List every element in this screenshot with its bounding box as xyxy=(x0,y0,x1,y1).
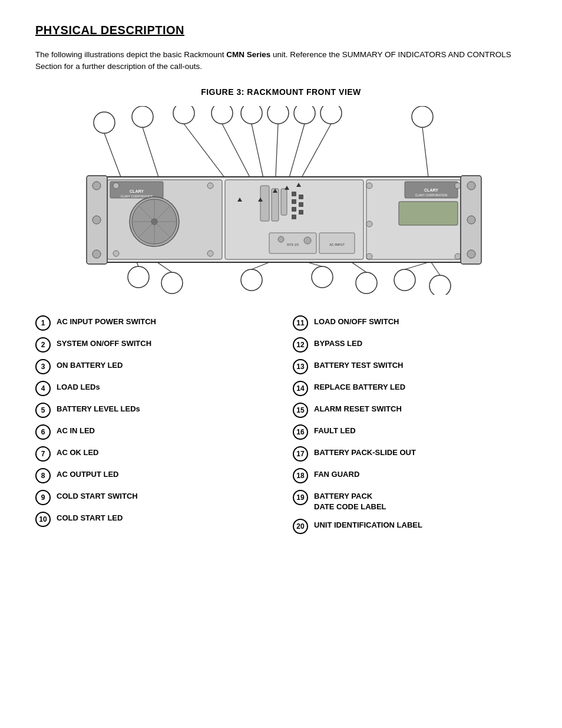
svg-point-5 xyxy=(267,106,289,124)
svg-line-80 xyxy=(352,262,366,272)
legend-label: BATTERY TEST SWITCH xyxy=(314,358,403,371)
legend-item: 7 AC OK LED xyxy=(35,446,269,462)
legend-label: FAN GUARD xyxy=(314,467,359,480)
svg-point-44 xyxy=(304,237,311,244)
svg-point-73 xyxy=(356,272,377,294)
svg-rect-35 xyxy=(292,199,296,204)
legend-item: 19 BATTERY PACKDATE CODE LABEL xyxy=(293,489,527,512)
svg-rect-37 xyxy=(292,215,296,219)
svg-point-75 xyxy=(429,275,451,295)
legend-item: 17 BATTERY PACK-SLIDE OUT xyxy=(293,446,527,462)
legend-label: ALARM RESET SWITCH xyxy=(314,402,402,414)
legend-badge: 6 xyxy=(35,424,51,440)
legend-label: UNIT IDENTIFICATION LABEL xyxy=(314,518,422,531)
legend-item: 1 AC INPUT POWER SWITCH xyxy=(35,315,269,331)
legend-badge: 13 xyxy=(293,359,308,374)
svg-point-60 xyxy=(455,253,461,259)
svg-point-62 xyxy=(92,182,101,190)
legend-label: BATTERY LEVEL LEDs xyxy=(57,402,140,414)
svg-point-4 xyxy=(241,106,262,124)
legend-item: 5 BATTERY LEVEL LEDs xyxy=(35,402,269,418)
legend-label: COLD START SWITCH xyxy=(57,489,138,502)
legend-badge: 18 xyxy=(293,468,308,483)
svg-rect-38 xyxy=(299,195,303,199)
legend-item: 9 COLD START SWITCH xyxy=(35,489,269,505)
svg-line-82 xyxy=(431,262,440,275)
svg-point-66 xyxy=(467,182,475,190)
svg-point-67 xyxy=(467,216,475,224)
svg-point-52 xyxy=(113,183,119,189)
svg-rect-40 xyxy=(299,210,303,215)
legend-badge: 9 xyxy=(35,490,51,505)
legend-item: 13 BATTERY TEST SWITCH xyxy=(293,358,527,374)
legend-badge: 3 xyxy=(35,359,51,374)
legend-badge: 20 xyxy=(293,519,308,534)
rackmount-diagram: CLARY CLARY CORPORATION SYS 1/2 AC INPUT xyxy=(39,106,523,295)
legend-badge: 1 xyxy=(35,315,51,331)
svg-point-0 xyxy=(94,112,115,133)
legend-item: 20 UNIT IDENTIFICATION LABEL xyxy=(293,518,527,534)
legend-label: REPLACE BATTERY LED xyxy=(314,380,405,393)
legend-badge: 19 xyxy=(293,490,308,505)
svg-line-81 xyxy=(405,262,428,269)
legend-item: 10 COLD START LED xyxy=(35,511,269,527)
legend-badge: 7 xyxy=(35,446,51,462)
svg-rect-32 xyxy=(272,189,279,221)
legend-badge: 11 xyxy=(293,315,308,331)
legend-left-column: 1 AC INPUT POWER SWITCH 2 SYSTEM ON/OFF … xyxy=(35,315,269,540)
legend-item: 15 ALARM RESET SWITCH xyxy=(293,402,527,418)
diagram-container: CLARY CLARY CORPORATION SYS 1/2 AC INPUT xyxy=(39,106,523,297)
svg-rect-33 xyxy=(281,189,287,215)
svg-line-78 xyxy=(252,262,269,269)
svg-point-69 xyxy=(128,266,149,288)
legend-badge: 2 xyxy=(35,337,51,353)
svg-text:AC INPUT: AC INPUT xyxy=(329,243,345,246)
svg-point-64 xyxy=(92,250,101,258)
svg-rect-36 xyxy=(292,207,296,212)
svg-rect-51 xyxy=(399,202,458,225)
svg-point-57 xyxy=(366,221,372,227)
svg-text:SYS 1/2: SYS 1/2 xyxy=(287,243,299,246)
svg-point-1 xyxy=(132,106,153,127)
legend-item: 3 ON BATTERY LED xyxy=(35,358,269,374)
legend-item: 4 LOAD LEDs xyxy=(35,380,269,396)
legend-label: BYPASS LED xyxy=(314,337,362,349)
legend-badge: 16 xyxy=(293,424,308,440)
legend-item: 14 REPLACE BATTERY LED xyxy=(293,380,527,396)
svg-point-54 xyxy=(207,183,213,189)
figure-title: FIGURE 3: RACKMOUNT FRONT VIEW xyxy=(35,87,527,97)
legend-item: 2 SYSTEM ON/OFF SWITCH xyxy=(35,337,269,353)
svg-point-71 xyxy=(241,269,262,291)
svg-line-17 xyxy=(422,127,428,177)
svg-line-76 xyxy=(137,262,138,266)
legend-item: 8 AC OUTPUT LED xyxy=(35,467,269,483)
page-title: PHYSICAL DESCRIPTION xyxy=(35,24,527,37)
svg-point-56 xyxy=(366,183,372,189)
legend-label: SYSTEM ON/OFF SWITCH xyxy=(57,337,151,349)
svg-line-79 xyxy=(308,262,322,266)
legend-label: AC IN LED xyxy=(57,424,95,436)
legend-badge: 15 xyxy=(293,403,308,418)
svg-rect-34 xyxy=(292,192,296,196)
svg-point-7 xyxy=(320,106,342,124)
svg-point-58 xyxy=(366,253,372,259)
legend-label: COLD START LED xyxy=(57,511,123,523)
legend-badge: 4 xyxy=(35,381,51,396)
svg-point-70 xyxy=(161,272,183,294)
svg-text:CLARY: CLARY xyxy=(130,189,144,193)
legend-badge: 8 xyxy=(35,468,51,483)
intro-paragraph: The following illustrations depict the b… xyxy=(35,49,518,73)
intro-text-start: The following illustrations depict the b… xyxy=(35,50,226,59)
legend-label: BATTERY PACK-SLIDE OUT xyxy=(314,446,416,458)
legend-label: AC OUTPUT LED xyxy=(57,467,118,480)
legend-item: 6 AC IN LED xyxy=(35,424,269,440)
legend-label: ON BATTERY LED xyxy=(57,358,123,371)
legend-label: AC INPUT POWER SWITCH xyxy=(57,315,156,327)
svg-point-68 xyxy=(467,250,475,258)
svg-point-55 xyxy=(207,251,213,256)
legend-badge: 10 xyxy=(35,512,51,527)
svg-point-53 xyxy=(113,251,119,256)
svg-rect-31 xyxy=(260,186,269,221)
svg-text:CLARY: CLARY xyxy=(424,188,438,192)
svg-point-3 xyxy=(211,106,233,124)
